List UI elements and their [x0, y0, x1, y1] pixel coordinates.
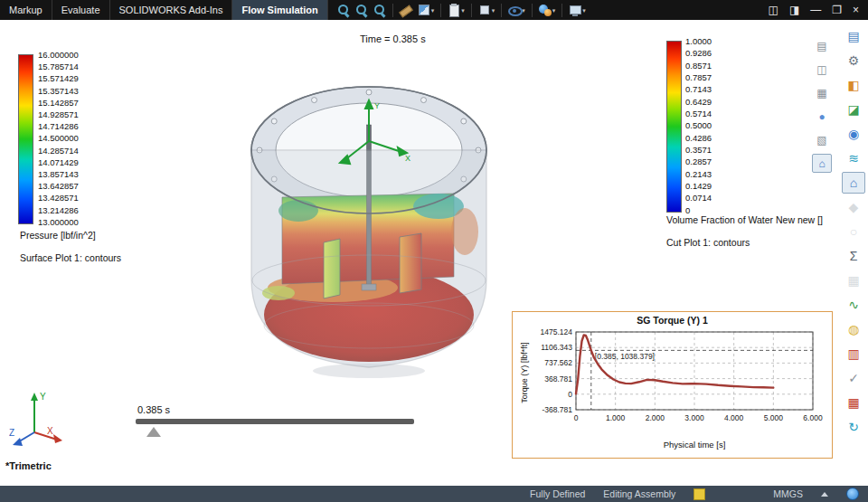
toolbar-separator [532, 4, 533, 17]
y-tick-label: 1106.343 [541, 343, 572, 352]
hide-show-items-icon [508, 4, 521, 16]
mesh-display-icon[interactable]: ▦ [842, 392, 865, 413]
legend-tick-label: 0.1429 [685, 181, 712, 191]
dropdown-caret-icon[interactable]: ▾ [582, 7, 586, 14]
legend-tick-label: 0.0714 [685, 193, 712, 203]
view-settings-icon[interactable]: ▾ [567, 1, 588, 19]
x-tick-label: 5.000 [764, 413, 784, 422]
hide-show-items-icon[interactable]: ▾ [506, 1, 527, 19]
cut-plot-icon[interactable]: ◧ [842, 74, 865, 96]
volume-parameters-icon[interactable]: ▦ [842, 270, 865, 291]
appearances-scenes-icon[interactable]: ● [812, 107, 832, 126]
file-explorer-icon[interactable]: ◫ [812, 60, 832, 79]
design-library-icon[interactable]: ▤ [812, 36, 832, 55]
command-manager-ribbon: MarkupEvaluateSOLIDWORKS Add-InsFlow Sim… [0, 0, 868, 20]
close-button[interactable]: × [853, 5, 859, 15]
window-controls: ◫◨—❐× [769, 0, 868, 20]
measure-icon [400, 4, 412, 16]
evaluate-clipboard-icon[interactable]: ▾ [446, 1, 467, 19]
particle-study-icon[interactable]: ◆ [842, 196, 865, 218]
legend-tick-label: 0.4286 [685, 133, 712, 143]
edit-appearance-icon[interactable]: ▾ [537, 1, 558, 19]
legend-tick-label: 14.714286 [38, 121, 79, 131]
legend-tick-label: 0.5000 [685, 120, 712, 130]
legend-tick-label: 16.000000 [38, 50, 79, 60]
ribbon-tabs: MarkupEvaluateSOLIDWORKS Add-InsFlow Sim… [0, 0, 328, 20]
display-pane-toggle-icon[interactable]: ◨ [789, 5, 799, 15]
legend-tick-label: 13.642857 [38, 181, 79, 191]
minimize-button[interactable]: — [810, 5, 821, 15]
dropdown-caret-icon[interactable]: ▾ [461, 7, 465, 14]
legend-tick-label: 13.857143 [38, 169, 79, 179]
slider-time-value: 0.385 s [137, 404, 170, 415]
evaluate-clipboard-icon [448, 4, 460, 16]
legend-tick-label: 15.571429 [38, 73, 79, 83]
view-orientation-icon[interactable]: ▾ [476, 1, 497, 19]
goal-plot-icon[interactable]: ◍ [842, 318, 865, 340]
legend-tick-label: 0.3571 [685, 145, 712, 155]
tank-wall [251, 150, 486, 367]
view-palette-icon[interactable]: ▦ [812, 83, 832, 102]
zoom-to-fit-icon[interactable] [335, 1, 352, 19]
home-view-icon[interactable]: ⌂ [842, 172, 865, 194]
zoom-in-out-icon[interactable] [372, 1, 388, 19]
isosurfaces-icon[interactable]: ◉ [842, 123, 865, 145]
custom-properties-icon[interactable]: ▧ [812, 130, 832, 149]
component-control-icon[interactable]: ⚙ [842, 50, 865, 71]
tab-markup[interactable]: Markup [0, 0, 52, 20]
xy-plot-icon[interactable]: ∿ [842, 294, 865, 316]
tab-solidworks-add-ins[interactable]: SOLIDWORKS Add-Ins [110, 0, 233, 20]
time-slider-track[interactable] [136, 419, 414, 424]
view-triad-icon: Y X Z [7, 389, 65, 447]
x-tick-label: 4.000 [724, 413, 744, 422]
home-panel-icon[interactable]: ⌂ [812, 154, 832, 173]
section-view-icon [418, 4, 430, 16]
surface-parameters-icon[interactable]: Σ [842, 245, 865, 267]
assembly-document-icon [693, 488, 705, 500]
legend-tick-label: 15.142857 [38, 98, 79, 108]
svg-text:X: X [405, 154, 410, 163]
units-selector[interactable]: MMGS [773, 488, 803, 499]
flow-trajectories-icon[interactable]: ≋ [842, 147, 865, 169]
legend-tick-label: 0.6429 [685, 97, 712, 107]
point-parameters-icon[interactable]: ○ [842, 221, 865, 242]
report-icon[interactable]: ▥ [842, 343, 865, 365]
task-pane-toggle-icon[interactable]: ◫ [769, 5, 778, 15]
volume-fraction-legend-colorbar[interactable] [666, 41, 682, 213]
section-view-icon[interactable]: ▾ [416, 1, 437, 19]
units-caret-icon[interactable] [821, 492, 828, 497]
dropdown-caret-icon[interactable]: ▾ [431, 7, 435, 14]
graphics-area-tank-model[interactable]: Y X [226, 62, 515, 396]
batch-results-icon[interactable]: ▤ [842, 25, 865, 47]
tab-evaluate[interactable]: Evaluate [52, 0, 110, 20]
pressure-legend-subtitle: Surface Plot 1: contours [20, 252, 121, 263]
refresh-results-icon[interactable]: ↻ [842, 416, 865, 438]
legend-tick-label: 14.071429 [38, 157, 79, 167]
view-settings-icon [569, 4, 581, 16]
restore-button[interactable]: ❐ [832, 5, 842, 15]
zoom-to-area-icon[interactable] [354, 1, 370, 19]
chart-x-axis-label: Physical time [s] [576, 440, 813, 450]
online-status-icon[interactable] [846, 488, 859, 500]
zoom-in-out-icon [373, 4, 386, 16]
dropdown-caret-icon[interactable]: ▾ [492, 7, 495, 14]
surface-plot-icon[interactable]: ◪ [842, 99, 865, 120]
dropdown-caret-icon[interactable]: ▾ [552, 7, 556, 14]
legend-tick-label: 14.928571 [38, 109, 79, 119]
goal-plot-window[interactable]: SG Torque (Y) 1 Torque (Y) [lbf*ft] 1475… [512, 311, 833, 459]
check-results-icon[interactable]: ✓ [842, 367, 865, 389]
legend-tick-label: 15.357143 [38, 86, 79, 96]
legend-tick-label: 0.8571 [685, 61, 712, 71]
pressure-legend-colorbar[interactable] [18, 54, 33, 224]
svg-text:X: X [47, 426, 53, 436]
tab-flow-simulation[interactable]: Flow Simulation [232, 0, 327, 20]
y-tick-label: 0 [568, 390, 572, 399]
legend-tick-label: 14.500000 [38, 133, 79, 143]
svg-text:Z: Z [9, 428, 14, 438]
legend-tick-label: 0.7143 [685, 84, 712, 94]
status-bar: Fully Defined Editing Assembly MMGS [0, 486, 868, 502]
x-tick-label: 3.000 [684, 413, 704, 422]
time-slider-thumb[interactable] [146, 427, 161, 437]
toolbar-separator [561, 4, 562, 17]
measure-icon[interactable] [398, 1, 414, 19]
